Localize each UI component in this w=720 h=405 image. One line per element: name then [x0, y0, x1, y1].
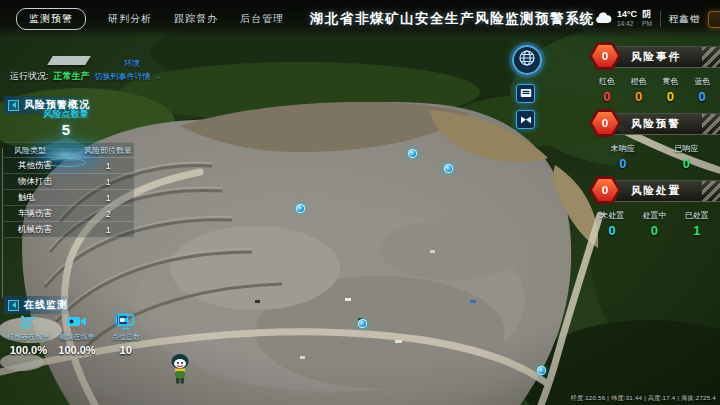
stat-blue: 蓝色 0 — [694, 76, 710, 104]
map-marker[interactable] — [444, 164, 453, 173]
map-marker[interactable] — [408, 149, 417, 158]
table-row: 车辆伤害 2 — [4, 206, 134, 222]
table-row: 机械伤害 1 — [4, 222, 134, 238]
camera-icon — [66, 310, 88, 330]
weather-widget: 14°C 14:42 阴 PM — [595, 10, 652, 28]
risk-warning-header[interactable]: 风险预警 — [609, 113, 720, 135]
risk-warning-panel: 0 风险预警 未响应 0 已响应 0 — [589, 113, 720, 171]
beacon-value: 5 — [24, 121, 108, 138]
right-panel-stack: 0 风险事件 红色 0 橙色 0 黄色 0 — [589, 46, 720, 247]
tab-monitor-warning[interactable]: 监测预警 — [16, 8, 86, 30]
tab-analysis[interactable]: 研判分析 — [108, 12, 152, 26]
table-row: 触电 1 — [4, 190, 134, 206]
run-status-bar: 运行状况: 正常生产 切换到事件详情 → — [10, 70, 161, 83]
stat-disposing: 处置中 0 — [642, 210, 666, 238]
map-control-video[interactable] — [516, 110, 535, 129]
temperature: 14°C — [617, 10, 637, 20]
section-arrow-icon — [8, 300, 19, 311]
stat-orange: 橙色 0 — [631, 76, 647, 104]
globe-icon — [518, 49, 536, 71]
risk-event-panel: 0 风险事件 红色 0 橙色 0 黄色 0 — [589, 46, 720, 104]
system-title: 湖北省非煤矿山安全生产风险监测预警系统 — [310, 10, 595, 28]
beacon-label: 风险点数量 — [24, 108, 108, 121]
video-icon — [520, 111, 532, 129]
tab-admin[interactable]: 后台管理 — [240, 12, 284, 26]
switch-detail-link[interactable]: 切换到事件详情 → — [95, 71, 161, 82]
map-control-monitor[interactable] — [516, 84, 535, 103]
tab-tracking[interactable]: 跟踪督办 — [174, 12, 218, 26]
clock-time: 14:42 — [617, 20, 637, 27]
risk-disposal-header[interactable]: 风险处置 — [609, 180, 720, 202]
table-row: 物体打击 1 — [4, 174, 134, 190]
stat-disposed: 已处置 1 — [685, 210, 709, 238]
cloud-icon — [595, 10, 612, 28]
main-nav: 监测预警 研判分析 跟踪督办 后台管理 — [16, 8, 284, 30]
username[interactable]: 程鑫锴 — [669, 13, 701, 26]
hazard-stripes — [702, 47, 720, 67]
col-risk-count: 风险部位数量 — [82, 145, 134, 156]
risk-disposal-panel: 0 风险处置 未处置 0 处置中 0 已处置 1 — [589, 180, 720, 238]
weather-condition: 阴 — [642, 10, 652, 20]
risk-event-header[interactable]: 风险事件 — [609, 46, 720, 68]
stat-responded: 已响应 0 — [674, 143, 698, 171]
meridiem: PM — [642, 20, 652, 27]
stat-undisposed: 未处置 0 — [600, 210, 624, 238]
map-marker[interactable] — [296, 204, 305, 213]
map-control-globe[interactable] — [512, 45, 542, 75]
run-status-value: 正常生产 — [54, 70, 90, 83]
top-bar: 监测预警 研判分析 跟踪督办 后台管理 湖北省非煤矿山安全生产风险监测预警系统 … — [0, 0, 720, 38]
map-coordinates: 经度:120.56 | 纬度:31.44 | 高度:17.4 | 海拔:2725… — [571, 394, 716, 403]
col-risk-type: 风险类型 — [4, 145, 82, 156]
run-status-label: 运行状况: — [10, 70, 49, 83]
stat-unresponded: 未响应 0 — [611, 143, 635, 171]
stat-yellow: 黄色 0 — [662, 76, 678, 104]
stat-point-total: 点位总数 10 — [101, 310, 150, 356]
mascot-avatar[interactable] — [168, 352, 192, 390]
logout-button[interactable] — [708, 11, 720, 28]
divider — [660, 11, 661, 27]
building-roof — [47, 56, 91, 65]
risk-type-table: 风险类型 风险部位数量 其他伤害 1 物体打击 1 触电 1 车辆伤害 2 机械… — [4, 142, 134, 238]
map-marker[interactable] — [358, 319, 367, 328]
stat-red: 红色 0 — [599, 76, 615, 104]
stat-sensor-online: 传感器在线率 100.0% — [4, 310, 53, 356]
stat-video-online: 视频在线率 100.0% — [53, 310, 102, 356]
online-monitor-stats: 传感器在线率 100.0% 视频在线率 100.0% 点位总数 10 — [4, 310, 150, 356]
sensor-icon — [18, 310, 38, 330]
hazard-stripes — [702, 181, 720, 201]
mine-risk-dashboard: 环境 监测预警 研判分析 跟踪督办 后台管理 湖北省非煤矿山安全生产风险监测预警… — [0, 0, 720, 405]
table-row: 其他伤害 1 — [4, 158, 134, 174]
monitor-icon — [117, 310, 135, 330]
map-marker[interactable] — [537, 366, 546, 375]
hazard-stripes — [702, 114, 720, 134]
map-environment-label[interactable]: 环境 — [124, 58, 140, 69]
panel-edge-line — [2, 148, 3, 298]
section-arrow-icon — [8, 100, 19, 111]
screen-icon — [520, 85, 532, 103]
table-header-row: 风险类型 风险部位数量 — [4, 142, 134, 158]
